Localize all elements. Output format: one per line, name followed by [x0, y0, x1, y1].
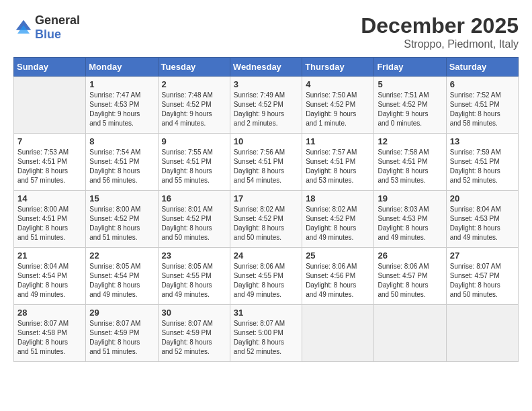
logo-blue: Blue	[35, 28, 61, 41]
calendar-cell: 25Sunrise: 8:06 AM Sunset: 4:56 PM Dayli…	[302, 248, 374, 305]
day-header-tuesday: Tuesday	[158, 58, 230, 77]
day-info: Sunrise: 8:00 AM Sunset: 4:51 PM Dayligh…	[17, 205, 82, 242]
day-number: 1	[89, 79, 154, 89]
day-info: Sunrise: 7:50 AM Sunset: 4:52 PM Dayligh…	[306, 91, 370, 128]
day-info: Sunrise: 8:07 AM Sunset: 5:00 PM Dayligh…	[234, 319, 298, 357]
calendar-cell: 12Sunrise: 7:58 AM Sunset: 4:51 PM Dayli…	[374, 134, 446, 191]
day-info: Sunrise: 8:04 AM Sunset: 4:54 PM Dayligh…	[17, 262, 82, 300]
day-number: 26	[378, 250, 442, 261]
logo-general: General	[35, 13, 80, 27]
day-info: Sunrise: 7:49 AM Sunset: 4:52 PM Dayligh…	[234, 91, 298, 128]
calendar-cell: 14Sunrise: 8:00 AM Sunset: 4:51 PM Dayli…	[14, 191, 86, 248]
page-header: General Blue December 2025 Stroppo, Pied…	[13, 13, 519, 50]
day-number: 6	[450, 79, 515, 89]
calendar-cell: 3Sunrise: 7:49 AM Sunset: 4:52 PM Daylig…	[230, 77, 302, 134]
location-subtitle: Stroppo, Piedmont, Italy	[361, 38, 519, 50]
day-number: 25	[306, 250, 370, 261]
day-info: Sunrise: 7:54 AM Sunset: 4:51 PM Dayligh…	[89, 148, 154, 185]
day-header-thursday: Thursday	[302, 58, 374, 77]
title-block: December 2025 Stroppo, Piedmont, Italy	[361, 13, 519, 50]
day-number: 21	[17, 250, 82, 261]
month-title: December 2025	[361, 13, 519, 38]
calendar-cell: 16Sunrise: 8:01 AM Sunset: 4:52 PM Dayli…	[158, 191, 230, 248]
day-number: 28	[17, 308, 82, 318]
day-info: Sunrise: 7:58 AM Sunset: 4:51 PM Dayligh…	[378, 148, 442, 185]
calendar-cell: 18Sunrise: 8:02 AM Sunset: 4:52 PM Dayli…	[302, 191, 374, 248]
calendar-header-row: SundayMondayTuesdayWednesdayThursdayFrid…	[14, 58, 519, 77]
calendar-body: 1Sunrise: 7:47 AM Sunset: 4:53 PM Daylig…	[14, 77, 519, 362]
day-number: 31	[234, 308, 298, 318]
day-number: 20	[450, 193, 515, 203]
calendar-cell: 10Sunrise: 7:56 AM Sunset: 4:51 PM Dayli…	[230, 134, 302, 191]
day-info: Sunrise: 8:06 AM Sunset: 4:56 PM Dayligh…	[306, 262, 370, 300]
calendar-cell: 9Sunrise: 7:55 AM Sunset: 4:51 PM Daylig…	[158, 134, 230, 191]
day-number: 2	[162, 79, 226, 89]
day-number: 17	[234, 193, 298, 203]
day-info: Sunrise: 7:52 AM Sunset: 4:51 PM Dayligh…	[450, 91, 515, 128]
calendar-cell: 29Sunrise: 8:07 AM Sunset: 4:59 PM Dayli…	[86, 305, 158, 362]
day-info: Sunrise: 8:06 AM Sunset: 4:55 PM Dayligh…	[234, 262, 298, 300]
day-info: Sunrise: 7:57 AM Sunset: 4:51 PM Dayligh…	[306, 148, 370, 185]
calendar-week-5: 28Sunrise: 8:07 AM Sunset: 4:58 PM Dayli…	[14, 305, 519, 362]
day-number: 14	[17, 193, 82, 203]
day-info: Sunrise: 8:04 AM Sunset: 4:53 PM Dayligh…	[450, 205, 515, 242]
day-info: Sunrise: 7:51 AM Sunset: 4:52 PM Dayligh…	[378, 91, 442, 128]
day-info: Sunrise: 8:05 AM Sunset: 4:54 PM Dayligh…	[89, 262, 154, 300]
day-number: 18	[306, 193, 370, 203]
day-number: 15	[89, 193, 154, 203]
day-number: 5	[378, 79, 442, 89]
day-info: Sunrise: 7:55 AM Sunset: 4:51 PM Dayligh…	[162, 148, 226, 185]
day-number: 10	[234, 136, 298, 146]
calendar-table: SundayMondayTuesdayWednesdayThursdayFrid…	[13, 57, 519, 362]
day-number: 13	[450, 136, 515, 146]
day-number: 9	[162, 136, 226, 146]
calendar-week-4: 21Sunrise: 8:04 AM Sunset: 4:54 PM Dayli…	[14, 248, 519, 305]
calendar-week-1: 1Sunrise: 7:47 AM Sunset: 4:53 PM Daylig…	[14, 77, 519, 134]
day-info: Sunrise: 8:02 AM Sunset: 4:52 PM Dayligh…	[306, 205, 370, 242]
calendar-week-2: 7Sunrise: 7:53 AM Sunset: 4:51 PM Daylig…	[14, 134, 519, 191]
calendar-cell: 1Sunrise: 7:47 AM Sunset: 4:53 PM Daylig…	[86, 77, 158, 134]
calendar-cell	[374, 305, 446, 362]
day-number: 8	[89, 136, 154, 146]
day-number: 11	[306, 136, 370, 146]
calendar-cell: 22Sunrise: 8:05 AM Sunset: 4:54 PM Dayli…	[86, 248, 158, 305]
calendar-cell: 20Sunrise: 8:04 AM Sunset: 4:53 PM Dayli…	[446, 191, 518, 248]
calendar-cell: 23Sunrise: 8:05 AM Sunset: 4:55 PM Dayli…	[158, 248, 230, 305]
calendar-cell	[14, 77, 86, 134]
calendar-cell: 4Sunrise: 7:50 AM Sunset: 4:52 PM Daylig…	[302, 77, 374, 134]
day-number: 16	[162, 193, 226, 203]
calendar-cell: 26Sunrise: 8:06 AM Sunset: 4:57 PM Dayli…	[374, 248, 446, 305]
day-info: Sunrise: 8:07 AM Sunset: 4:59 PM Dayligh…	[89, 319, 154, 357]
day-info: Sunrise: 7:56 AM Sunset: 4:51 PM Dayligh…	[234, 148, 298, 185]
calendar-cell: 8Sunrise: 7:54 AM Sunset: 4:51 PM Daylig…	[86, 134, 158, 191]
calendar-cell: 31Sunrise: 8:07 AM Sunset: 5:00 PM Dayli…	[230, 305, 302, 362]
calendar-cell: 21Sunrise: 8:04 AM Sunset: 4:54 PM Dayli…	[14, 248, 86, 305]
calendar-cell: 28Sunrise: 8:07 AM Sunset: 4:58 PM Dayli…	[14, 305, 86, 362]
day-info: Sunrise: 8:07 AM Sunset: 4:59 PM Dayligh…	[162, 319, 226, 357]
day-number: 7	[17, 136, 82, 146]
day-info: Sunrise: 7:47 AM Sunset: 4:53 PM Dayligh…	[89, 91, 154, 128]
calendar-cell: 27Sunrise: 8:07 AM Sunset: 4:57 PM Dayli…	[446, 248, 518, 305]
day-number: 24	[234, 250, 298, 261]
logo: General Blue	[13, 13, 80, 42]
day-header-saturday: Saturday	[446, 58, 518, 77]
day-info: Sunrise: 7:53 AM Sunset: 4:51 PM Dayligh…	[17, 148, 82, 185]
day-header-friday: Friday	[374, 58, 446, 77]
calendar-week-3: 14Sunrise: 8:00 AM Sunset: 4:51 PM Dayli…	[14, 191, 519, 248]
calendar-cell: 24Sunrise: 8:06 AM Sunset: 4:55 PM Dayli…	[230, 248, 302, 305]
calendar-cell	[302, 305, 374, 362]
calendar-cell: 7Sunrise: 7:53 AM Sunset: 4:51 PM Daylig…	[14, 134, 86, 191]
calendar-cell: 5Sunrise: 7:51 AM Sunset: 4:52 PM Daylig…	[374, 77, 446, 134]
day-number: 12	[378, 136, 442, 146]
day-number: 4	[306, 79, 370, 89]
day-info: Sunrise: 8:00 AM Sunset: 4:52 PM Dayligh…	[89, 205, 154, 242]
day-info: Sunrise: 8:06 AM Sunset: 4:57 PM Dayligh…	[378, 262, 442, 300]
calendar-cell: 19Sunrise: 8:03 AM Sunset: 4:53 PM Dayli…	[374, 191, 446, 248]
calendar-cell: 13Sunrise: 7:59 AM Sunset: 4:51 PM Dayli…	[446, 134, 518, 191]
day-number: 23	[162, 250, 226, 261]
day-header-wednesday: Wednesday	[230, 58, 302, 77]
calendar-cell: 11Sunrise: 7:57 AM Sunset: 4:51 PM Dayli…	[302, 134, 374, 191]
day-info: Sunrise: 8:07 AM Sunset: 4:57 PM Dayligh…	[450, 262, 515, 300]
calendar-cell: 30Sunrise: 8:07 AM Sunset: 4:59 PM Dayli…	[158, 305, 230, 362]
day-number: 22	[89, 250, 154, 261]
